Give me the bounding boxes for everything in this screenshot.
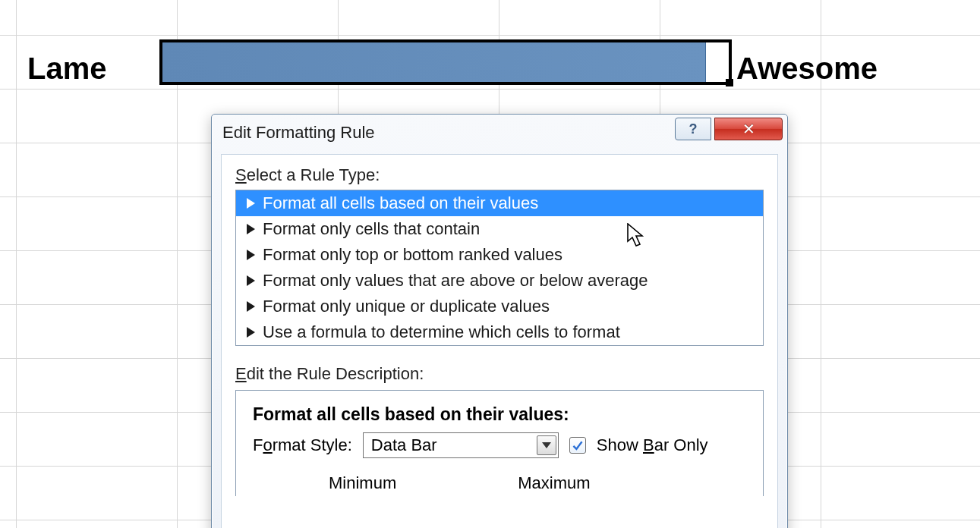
edit-formatting-rule-dialog: Edit Formatting Rule ? ✕ Select a Rule T… [211,114,788,528]
cell-left-label[interactable]: Lame [27,52,107,86]
rule-type-item-average[interactable]: Format only values that are above or bel… [236,268,763,294]
rule-type-item-top-bottom[interactable]: Format only top or bottom ranked values [236,242,763,268]
rule-type-item-label: Format only values that are above or bel… [263,271,648,291]
databar-fill [162,42,706,82]
rule-type-item-contain[interactable]: Format only cells that contain [236,216,763,242]
format-style-combobox[interactable]: Data Bar [363,432,559,458]
selection-handle[interactable] [726,79,733,86]
rule-type-list[interactable]: Format all cells based on their values F… [235,190,764,346]
show-bar-only-label: Show Bar Only [597,435,708,455]
rule-type-item-values[interactable]: Format all cells based on their values [236,190,763,216]
chevron-down-icon [542,442,551,448]
check-icon [572,439,584,451]
rule-type-item-label: Format only unique or duplicate values [263,297,550,316]
format-style-row: Format Style: Data Bar Show Bar Only [253,432,746,458]
close-button[interactable]: ✕ [714,118,783,140]
triangle-icon [247,198,255,209]
cell-right-label[interactable]: Awesome [736,52,878,86]
triangle-icon [247,250,255,260]
rule-type-item-label: Format only cells that contain [263,219,480,239]
format-style-label: Format Style: [253,435,352,455]
triangle-icon [247,327,255,338]
help-icon: ? [689,121,698,137]
gridline-h [0,89,980,90]
dialog-body: Select a Rule Type: Format all cells bas… [221,154,778,528]
triangle-icon [247,301,255,312]
format-style-value: Data Bar [371,435,437,455]
rule-description-heading: Format all cells based on their values: [253,404,746,425]
minimum-column-label: Minimum [329,473,396,493]
rule-description-panel: Format all cells based on their values: … [235,390,764,496]
help-button[interactable]: ? [675,118,711,140]
rule-type-item-label: Use a formula to determine which cells t… [263,322,620,342]
window-buttons: ? ✕ [672,118,783,140]
rule-type-item-label: Format only top or bottom ranked values [263,245,562,265]
close-icon: ✕ [742,120,755,138]
dropdown-button[interactable] [537,435,556,455]
edit-rule-description-label: Edit the Rule Description: [235,364,764,384]
rule-type-item-formula[interactable]: Use a formula to determine which cells t… [236,319,763,345]
gridline-h [0,35,980,36]
rule-type-item-unique[interactable]: Format only unique or duplicate values [236,294,763,319]
databar-cell[interactable] [159,39,732,85]
dialog-title: Edit Formatting Rule [222,123,375,143]
triangle-icon [247,224,255,234]
maximum-column-label: Maximum [518,473,590,493]
triangle-icon [247,275,255,286]
dialog-titlebar[interactable]: Edit Formatting Rule ? ✕ [212,115,787,151]
min-max-header-row: Minimum Maximum [253,473,746,493]
show-bar-only-checkbox[interactable] [569,437,586,454]
rule-type-item-label: Format all cells based on their values [263,193,538,213]
select-rule-type-label: Select a Rule Type: [235,165,764,185]
